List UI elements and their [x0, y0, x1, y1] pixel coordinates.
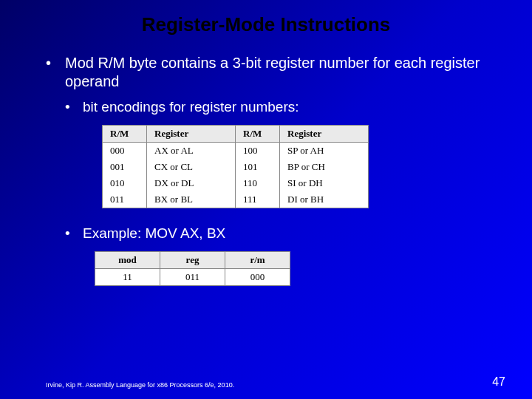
example-encoding-table: mod reg r/m 11 011 000 — [95, 251, 290, 286]
th-rm: r/m — [225, 251, 290, 268]
th-reg: reg — [160, 251, 225, 268]
cell-rm: 101 — [236, 159, 280, 175]
footer-citation: Irvine, Kip R. Assembly Language for x86… — [46, 381, 234, 389]
cell-reg: DI or BH — [280, 191, 369, 208]
cell-rm: 010 — [103, 175, 147, 191]
cell-rm: 011 — [103, 191, 147, 208]
bullet-level-2: • bit encodings for register numbers: — [65, 98, 502, 116]
cell-reg: CX or CL — [147, 159, 236, 175]
th-register: Register — [280, 125, 369, 142]
table-row: 11 011 000 — [95, 268, 290, 285]
cell-rm: 111 — [236, 191, 280, 208]
bullet-dot: • — [65, 225, 83, 242]
cell-reg: BP or CH — [280, 159, 369, 175]
table-header-row: R/M Register R/M Register — [103, 125, 369, 142]
table-row: 011 BX or BL 111 DI or BH — [103, 191, 369, 208]
cell-reg: AX or AL — [147, 142, 236, 159]
table-header-row: mod reg r/m — [95, 251, 290, 268]
bullet-text: Example: MOV AX, BX — [83, 225, 225, 242]
cell-reg: 011 — [160, 268, 225, 285]
bullet-dot: • — [46, 54, 65, 91]
cell-mod: 11 — [95, 268, 160, 285]
slide-title: Register-Mode Instructions — [0, 0, 532, 54]
cell-reg: SI or DH — [280, 175, 369, 191]
th-register: Register — [147, 125, 236, 142]
cell-reg: DX or DL — [147, 175, 236, 191]
table-row: 001 CX or CL 101 BP or CH — [103, 159, 369, 175]
th-mod: mod — [95, 251, 160, 268]
page-number: 47 — [492, 375, 505, 389]
cell-reg: SP or AH — [280, 142, 369, 159]
example-table-wrap: mod reg r/m 11 011 000 — [95, 251, 502, 286]
th-rm: R/M — [103, 125, 147, 142]
bullet-level-2: • Example: MOV AX, BX — [65, 225, 502, 242]
slide-content: • Mod R/M byte contains a 3-bit register… — [0, 54, 532, 286]
cell-rm: 100 — [236, 142, 280, 159]
bullet-level-1: • Mod R/M byte contains a 3-bit register… — [46, 54, 502, 91]
register-encoding-table-wrap: R/M Register R/M Register 000 AX or AL 1… — [102, 125, 502, 208]
bullet-text: bit encodings for register numbers: — [83, 98, 299, 116]
cell-rm: 000 — [103, 142, 147, 159]
bullet-text: Mod R/M byte contains a 3-bit register n… — [65, 54, 502, 91]
table-row: 000 AX or AL 100 SP or AH — [103, 142, 369, 159]
cell-rm: 001 — [103, 159, 147, 175]
cell-rm: 000 — [225, 268, 290, 285]
cell-rm: 110 — [236, 175, 280, 191]
table-row: 010 DX or DL 110 SI or DH — [103, 175, 369, 191]
cell-reg: BX or BL — [147, 191, 236, 208]
bullet-dot: • — [65, 98, 83, 116]
th-rm: R/M — [236, 125, 280, 142]
register-encoding-table: R/M Register R/M Register 000 AX or AL 1… — [102, 125, 369, 208]
